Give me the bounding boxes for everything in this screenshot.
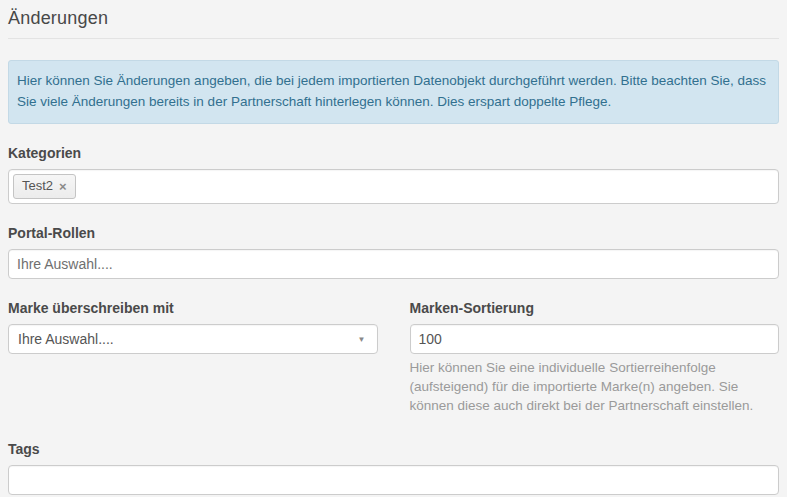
marken-sortierung-label: Marken-Sortierung — [410, 300, 780, 316]
tag-test2: Test2 × — [13, 174, 76, 199]
chevron-down-icon: ▼ — [358, 335, 366, 344]
field-marke: Marke überschreiben mit Ihre Auswahl....… — [8, 300, 378, 416]
field-portal-rollen: Portal-Rollen — [8, 225, 779, 279]
marken-sortierung-input[interactable] — [410, 324, 780, 354]
tags-label: Tags — [8, 441, 779, 457]
info-alert-text: Hier können Sie Änderungen angeben, die … — [17, 73, 766, 109]
marke-select[interactable]: Ihre Auswahl.... ▼ — [8, 324, 378, 354]
info-alert: Hier können Sie Änderungen angeben, die … — [8, 60, 779, 124]
kategorien-multiselect[interactable]: Test2 × — [8, 169, 779, 204]
tag-test2-label: Test2 — [22, 177, 53, 195]
tags-input[interactable] — [8, 465, 779, 495]
marke-row: Marke überschreiben mit Ihre Auswahl....… — [8, 300, 779, 416]
tag-remove-icon[interactable]: × — [59, 180, 67, 193]
marke-label: Marke überschreiben mit — [8, 300, 378, 316]
portal-rollen-label: Portal-Rollen — [8, 225, 779, 241]
marke-select-value: Ihre Auswahl.... — [18, 331, 114, 347]
kategorien-label: Kategorien — [8, 145, 779, 161]
field-marken-sortierung: Marken-Sortierung Hier können Sie eine i… — [410, 300, 780, 416]
field-tags: Tags Geben Sie hier eine Liste von Tags … — [8, 441, 779, 497]
page-title: Änderungen — [8, 6, 779, 30]
marken-sortierung-help: Hier können Sie eine individuelle Sortie… — [410, 359, 780, 416]
changes-form: Änderungen Hier können Sie Änderungen an… — [0, 0, 787, 497]
portal-rollen-input[interactable] — [8, 249, 779, 279]
title-divider — [8, 38, 779, 39]
field-kategorien: Kategorien Test2 × — [8, 145, 779, 204]
